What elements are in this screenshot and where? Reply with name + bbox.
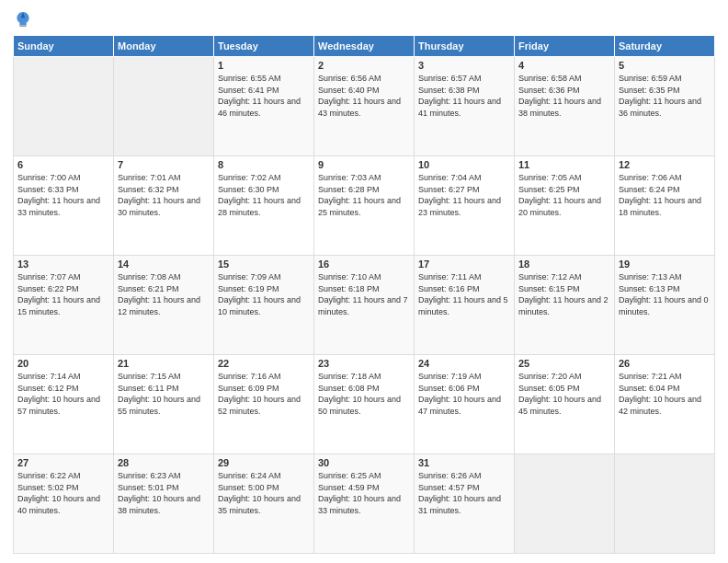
sunset-time: 6:35 PM (649, 86, 680, 95)
sunset-time: 6:41 PM (248, 86, 279, 95)
cell-details: Sunrise: 7:02 AMSunset: 6:30 PMDaylight:… (218, 172, 310, 218)
sunset-time: 6:24 PM (649, 185, 680, 194)
calendar-cell: 21Sunrise: 7:15 AMSunset: 6:11 PMDayligh… (114, 355, 214, 454)
cell-details: Sunrise: 7:05 AMSunset: 6:25 PMDaylight:… (518, 172, 610, 218)
daylight-label: Daylight: (518, 295, 553, 304)
sunrise-time: 6:23 AM (151, 471, 181, 480)
calendar-cell (515, 454, 615, 554)
daylight-label: Daylight: (518, 196, 553, 205)
calendar-cell: 31Sunrise: 6:26 AMSunset: 4:57 PMDayligh… (415, 454, 515, 554)
sunset-label: Sunset: (619, 185, 649, 194)
daylight-label: Daylight: (318, 295, 353, 304)
day-number: 11 (518, 159, 610, 170)
daylight-label: Daylight: (17, 395, 52, 404)
calendar-cell: 2Sunrise: 6:56 AMSunset: 6:40 PMDaylight… (314, 57, 415, 156)
sunrise-time: 7:14 AM (51, 372, 81, 381)
sunrise-label: Sunrise: (318, 272, 351, 282)
calendar-week: 1Sunrise: 6:55 AMSunset: 6:41 PMDaylight… (14, 57, 715, 156)
cell-details: Sunrise: 7:08 AMSunset: 6:21 PMDaylight:… (118, 271, 210, 317)
logo-icon (13, 9, 33, 29)
sunset-label: Sunset: (418, 284, 449, 293)
sunset-label: Sunset: (118, 185, 148, 194)
sunrise-label: Sunrise: (118, 173, 151, 182)
daylight-label: Daylight: (619, 97, 654, 106)
sunset-time: 6:18 PM (348, 284, 380, 293)
sunrise-label: Sunrise: (318, 74, 351, 83)
cell-details: Sunrise: 7:21 AMSunset: 6:04 PMDaylight:… (619, 371, 711, 417)
header (13, 9, 715, 29)
cell-details: Sunrise: 7:14 AMSunset: 6:12 PMDaylight:… (17, 371, 109, 417)
daylight-label: Daylight: (619, 395, 654, 404)
calendar-week: 6Sunrise: 7:00 AMSunset: 6:33 PMDaylight… (14, 156, 715, 256)
sunset-label: Sunset: (218, 483, 248, 492)
calendar-cell: 18Sunrise: 7:12 AMSunset: 6:15 PMDayligh… (515, 256, 615, 355)
sunrise-time: 7:09 AM (251, 272, 281, 282)
day-number: 19 (619, 259, 711, 270)
day-number: 21 (118, 358, 210, 369)
sunrise-time: 6:57 AM (451, 74, 482, 83)
sunset-time: 6:11 PM (148, 384, 179, 393)
cell-details: Sunrise: 7:16 AMSunset: 6:09 PMDaylight:… (218, 371, 310, 417)
sunset-label: Sunset: (218, 284, 248, 293)
sunset-label: Sunset: (619, 86, 649, 95)
sunrise-label: Sunrise: (318, 372, 351, 381)
sunrise-time: 7:15 AM (151, 372, 181, 381)
sunrise-time: 6:24 AM (251, 471, 281, 480)
sunset-label: Sunset: (518, 86, 549, 95)
cell-details: Sunrise: 6:24 AMSunset: 5:00 PMDaylight:… (218, 470, 310, 516)
calendar-cell: 12Sunrise: 7:06 AMSunset: 6:24 PMDayligh… (615, 156, 715, 256)
sunset-label: Sunset: (218, 185, 248, 194)
day-number: 18 (518, 259, 610, 270)
sunrise-time: 7:00 AM (51, 173, 81, 182)
calendar-cell: 25Sunrise: 7:20 AMSunset: 6:05 PMDayligh… (515, 355, 615, 454)
sunrise-label: Sunrise: (218, 272, 251, 282)
sunset-label: Sunset: (318, 185, 348, 194)
calendar-cell: 22Sunrise: 7:16 AMSunset: 6:09 PMDayligh… (214, 355, 314, 454)
sunset-time: 6:16 PM (449, 284, 480, 293)
calendar-cell: 14Sunrise: 7:08 AMSunset: 6:21 PMDayligh… (114, 256, 214, 355)
sunrise-label: Sunrise: (17, 173, 51, 182)
cell-details: Sunrise: 7:10 AMSunset: 6:18 PMDaylight:… (318, 271, 410, 317)
sunset-label: Sunset: (518, 185, 549, 194)
sunrise-label: Sunrise: (619, 173, 652, 182)
sunrise-label: Sunrise: (118, 372, 151, 381)
daylight-label: Daylight: (619, 295, 654, 304)
daylight-label: Daylight: (118, 196, 153, 205)
sunset-time: 4:59 PM (348, 483, 380, 492)
sunrise-time: 7:12 AM (552, 272, 582, 282)
calendar-cell: 3Sunrise: 6:57 AMSunset: 6:38 PMDaylight… (415, 57, 515, 156)
day-number: 4 (518, 60, 610, 71)
sunrise-label: Sunrise: (17, 372, 51, 381)
sunrise-label: Sunrise: (418, 173, 451, 182)
sunrise-time: 7:01 AM (151, 173, 181, 182)
cell-details: Sunrise: 7:07 AMSunset: 6:22 PMDaylight:… (17, 271, 109, 317)
sunset-time: 6:08 PM (348, 384, 380, 393)
sunset-time: 6:21 PM (148, 284, 179, 293)
day-number: 12 (619, 159, 711, 170)
day-number: 7 (118, 159, 210, 170)
header-day: Friday (515, 36, 615, 57)
calendar-cell: 5Sunrise: 6:59 AMSunset: 6:35 PMDaylight… (615, 57, 715, 156)
day-number: 5 (619, 60, 711, 71)
day-number: 9 (318, 159, 410, 170)
calendar-cell: 28Sunrise: 6:23 AMSunset: 5:01 PMDayligh… (114, 454, 214, 554)
sunset-time: 6:15 PM (549, 284, 580, 293)
calendar-cell (114, 57, 214, 156)
sunset-label: Sunset: (318, 483, 348, 492)
day-number: 31 (418, 457, 510, 468)
sunset-time: 6:32 PM (148, 185, 179, 194)
sunset-time: 6:04 PM (649, 384, 680, 393)
cell-details: Sunrise: 6:23 AMSunset: 5:01 PMDaylight:… (118, 470, 210, 516)
header-day: Tuesday (214, 36, 314, 57)
sunrise-label: Sunrise: (619, 372, 652, 381)
cell-details: Sunrise: 6:22 AMSunset: 5:02 PMDaylight:… (17, 470, 109, 516)
sunrise-label: Sunrise: (619, 74, 652, 83)
sunrise-time: 7:10 AM (351, 272, 381, 282)
sunrise-time: 6:25 AM (351, 471, 381, 480)
calendar-cell: 10Sunrise: 7:04 AMSunset: 6:27 PMDayligh… (415, 156, 515, 256)
cell-details: Sunrise: 7:03 AMSunset: 6:28 PMDaylight:… (318, 172, 410, 218)
sunset-time: 6:36 PM (549, 86, 580, 95)
sunrise-time: 7:21 AM (652, 372, 682, 381)
daylight-label: Daylight: (318, 494, 353, 503)
sunset-time: 5:02 PM (48, 483, 79, 492)
